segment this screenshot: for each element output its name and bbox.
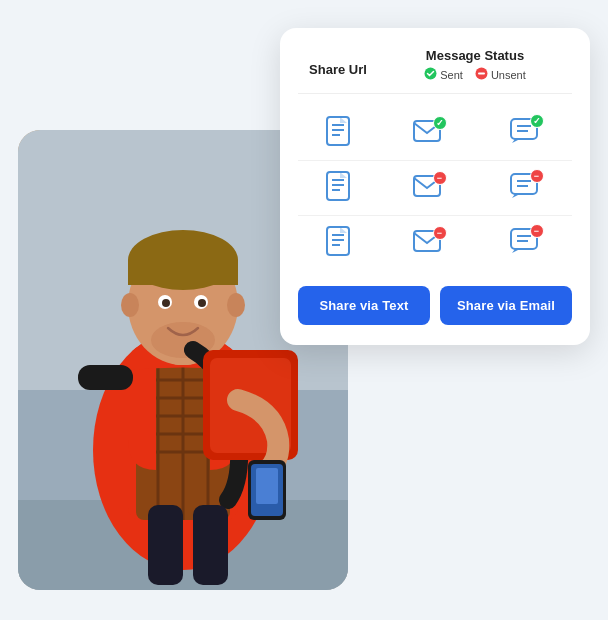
- cell-url-3: [298, 226, 378, 260]
- cell-text-3: −: [475, 228, 572, 258]
- card-header: Share Url Message Status Sent: [298, 48, 572, 94]
- doc-icon-3: [325, 226, 351, 260]
- email-badge-2: −: [433, 171, 447, 185]
- sent-icon: [424, 67, 437, 83]
- text-badge-3: −: [530, 224, 544, 238]
- email-badge-1: ✓: [433, 116, 447, 130]
- svg-point-22: [162, 299, 170, 307]
- share-email-button[interactable]: Share via Email: [440, 286, 572, 325]
- cell-email-3: −: [378, 230, 475, 256]
- main-container: Share Url Message Status Sent: [0, 0, 608, 620]
- share-text-button[interactable]: Share via Text: [298, 286, 430, 325]
- doc-icon-2: [325, 171, 351, 205]
- cell-text-2: −: [475, 173, 572, 203]
- text-status-2: −: [510, 173, 538, 203]
- legend-unsent: Unsent: [475, 67, 526, 83]
- status-legend: Sent Unsent: [378, 67, 572, 83]
- svg-rect-30: [256, 468, 278, 504]
- text-status-1: ✓: [510, 118, 538, 148]
- cell-email-1: ✓: [378, 120, 475, 146]
- svg-rect-17: [128, 260, 238, 285]
- email-badge-3: −: [433, 226, 447, 240]
- cell-text-1: ✓: [475, 118, 572, 148]
- message-status-title: Message Status: [378, 48, 572, 63]
- unsent-label: Unsent: [491, 69, 526, 81]
- unsent-icon: [475, 67, 488, 83]
- svg-point-19: [227, 293, 245, 317]
- share-card: Share Url Message Status Sent: [280, 28, 590, 345]
- svg-rect-25: [78, 365, 133, 390]
- table-row: ✓ ✓: [298, 106, 572, 161]
- table-row: − −: [298, 161, 572, 216]
- cell-email-2: −: [378, 175, 475, 201]
- legend-sent: Sent: [424, 67, 463, 83]
- svg-rect-32: [193, 505, 228, 585]
- email-status-1: ✓: [413, 120, 441, 146]
- share-url-header: Share Url: [298, 48, 378, 77]
- table-body: ✓ ✓: [298, 106, 572, 270]
- cell-url-2: [298, 171, 378, 205]
- cell-url-1: [298, 116, 378, 150]
- doc-icon-1: [325, 116, 351, 150]
- text-badge-1: ✓: [530, 114, 544, 128]
- email-status-2: −: [413, 175, 441, 201]
- text-badge-2: −: [530, 169, 544, 183]
- card-buttons: Share via Text Share via Email: [298, 286, 572, 325]
- svg-point-23: [198, 299, 206, 307]
- message-status-header: Message Status Sent: [378, 48, 572, 83]
- table-row: − −: [298, 216, 572, 270]
- svg-rect-31: [148, 505, 183, 585]
- svg-point-18: [121, 293, 139, 317]
- text-status-3: −: [510, 228, 538, 258]
- sent-label: Sent: [440, 69, 463, 81]
- email-status-3: −: [413, 230, 441, 256]
